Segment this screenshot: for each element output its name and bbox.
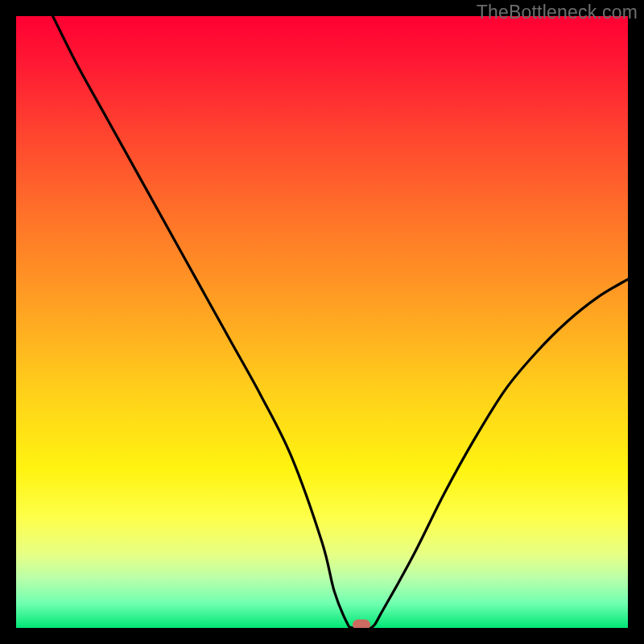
watermark-text: TheBottleneck.com xyxy=(477,2,638,23)
plot-area xyxy=(16,16,628,628)
optimal-marker xyxy=(353,620,370,628)
chart-frame: TheBottleneck.com xyxy=(0,0,644,644)
bottleneck-curve xyxy=(16,16,628,628)
curve-path xyxy=(53,16,628,628)
